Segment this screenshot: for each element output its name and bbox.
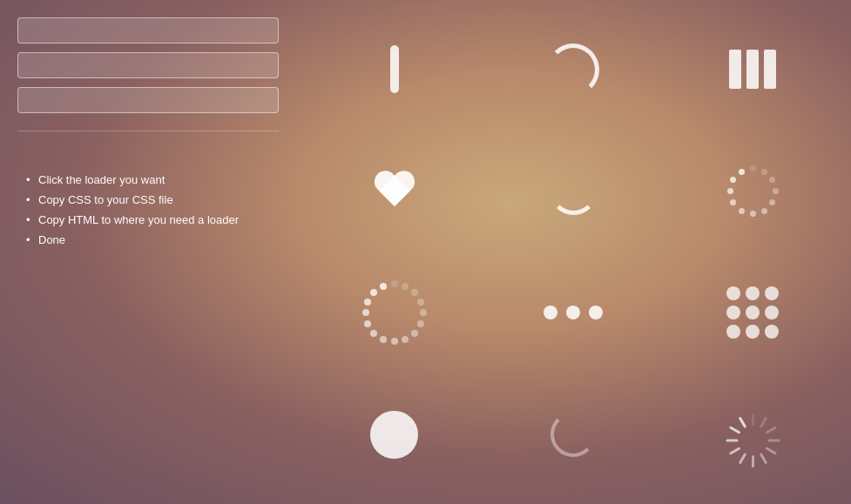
ring-dot-0 — [750, 165, 756, 171]
orbit-dot-11 — [364, 320, 371, 327]
line-3 — [767, 440, 780, 442]
pac-top — [370, 411, 418, 435]
ring-dot-7 — [739, 208, 745, 214]
dot-1 — [544, 306, 557, 319]
ring-dot-6 — [750, 211, 756, 217]
ring-dot-3 — [773, 188, 779, 194]
bar-2 — [746, 50, 759, 89]
github-button[interactable] — [17, 52, 279, 78]
bars-spinner — [729, 50, 776, 89]
ring-dot-1 — [761, 169, 767, 175]
ring-dot-5 — [761, 208, 767, 214]
ring-dot-8 — [730, 199, 736, 205]
line-7 — [738, 453, 746, 465]
spinner-cell-dot-ring[interactable] — [663, 131, 842, 252]
more-spinners-button[interactable] — [17, 87, 279, 113]
three-dots-spinner — [544, 306, 603, 319]
orbit-dot-12 — [362, 309, 369, 316]
lines-spinner — [726, 408, 779, 460]
orbit-dot-7 — [402, 336, 409, 343]
line-4 — [765, 447, 777, 455]
step-4: Done — [26, 233, 270, 246]
orbit-dot-0 — [391, 280, 398, 287]
ring-dot-2 — [769, 177, 775, 183]
pac-spinner — [370, 411, 418, 459]
line-9 — [726, 440, 738, 442]
left-panel: Click the loader you want Copy CSS to yo… — [0, 0, 296, 504]
line-8 — [729, 447, 741, 455]
dot-ring-spinner — [726, 165, 779, 218]
arc-spinner — [547, 44, 599, 96]
step-1: Click the loader you want — [26, 173, 270, 186]
heart-spinner — [373, 171, 416, 211]
spinner-grid — [296, 0, 851, 504]
orbit-dot-4 — [420, 309, 427, 316]
dot-grid-spinner — [726, 286, 779, 339]
orbit-dot-5 — [417, 320, 424, 327]
bar-3 — [764, 50, 776, 89]
line-5 — [759, 453, 767, 465]
orbit-dot-14 — [370, 289, 377, 296]
spinner-cell-dot-grid[interactable] — [663, 252, 842, 374]
orbit-dot-8 — [391, 338, 398, 345]
spinner-cell-ring[interactable] — [484, 373, 664, 495]
orbit-dot-3 — [417, 299, 424, 306]
line-10 — [729, 426, 741, 434]
spinner-cell-arc[interactable] — [484, 9, 664, 131]
spinner-cell-bars[interactable] — [663, 9, 842, 131]
ring-dot-11 — [739, 169, 745, 175]
ring-dot-10 — [730, 177, 736, 183]
orbit-dot-1 — [402, 283, 409, 290]
pill-spinner — [390, 45, 399, 93]
bar-1 — [729, 50, 741, 89]
step-3: Copy HTML to where you need a loader — [26, 213, 270, 226]
spinner-cell-arc2[interactable] — [484, 131, 664, 252]
arc2-spinner — [550, 167, 598, 215]
spinner-cell-heart[interactable] — [305, 131, 484, 252]
line-0 — [752, 413, 754, 426]
line-1 — [759, 417, 767, 429]
spinner-cell-orbit[interactable] — [305, 252, 484, 374]
orbit-dot-10 — [370, 330, 377, 337]
line-6 — [752, 455, 754, 467]
divider — [17, 131, 279, 131]
ring-spinner — [550, 412, 596, 457]
ring-dot-9 — [727, 188, 733, 194]
pac-bottom — [370, 434, 418, 459]
line-11 — [738, 417, 746, 429]
step-2: Copy CSS to your CSS file — [26, 193, 270, 206]
orbit-dot-13 — [364, 299, 371, 306]
ring-dot-4 — [769, 199, 775, 205]
spinner-cell-lines[interactable] — [663, 373, 842, 495]
spinner-cell-pac[interactable] — [305, 373, 484, 495]
how-to-use-section: Click the loader you want Copy CSS to yo… — [17, 158, 279, 253]
spinner-cell-3dots[interactable] — [484, 252, 664, 374]
line-2 — [765, 426, 777, 434]
dot-3 — [589, 306, 603, 319]
download-all-button[interactable] — [17, 17, 279, 44]
spinner-cell-pill[interactable] — [305, 9, 484, 131]
orbit-dot-6 — [411, 330, 418, 337]
orbit-spinner — [360, 278, 429, 347]
how-to-use-list: Click the loader you want Copy CSS to yo… — [26, 173, 270, 246]
dot-2 — [566, 306, 580, 319]
orbit-dot-9 — [380, 336, 387, 343]
orbit-dot-15 — [380, 283, 387, 290]
orbit-dot-2 — [411, 289, 418, 296]
